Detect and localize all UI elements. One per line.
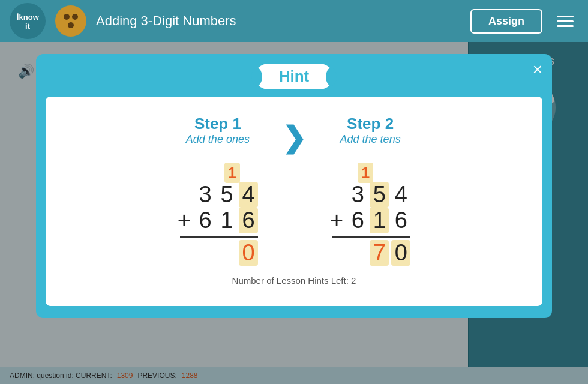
step1-r2: [217, 240, 236, 266]
hint-header: Hint ×: [36, 54, 552, 97]
menu-line2: [557, 20, 574, 22]
step1-carry: 1: [224, 163, 240, 183]
step1-n2d1: 6: [196, 208, 215, 233]
menu-button[interactable]: [552, 11, 578, 32]
step2-n1d3: 4: [391, 182, 410, 208]
step2-r1: [348, 240, 367, 266]
step2-result: 7 0: [348, 240, 410, 266]
step2-divider: [332, 236, 410, 238]
step2-n2d3: 6: [391, 208, 410, 233]
menu-line1: [557, 16, 574, 17]
step2-n2d1: 6: [348, 208, 367, 233]
step1-result: 0: [196, 240, 258, 266]
step2-subtitle: Add the tens: [340, 133, 401, 146]
step1-r1: [196, 240, 215, 266]
step1-subtitle: Add the ones: [186, 133, 250, 146]
dot2: [72, 14, 78, 20]
step2-carry: 1: [358, 163, 373, 183]
hint-body: Step 1 Add the ones 1 3 5 4: [46, 97, 542, 306]
step1-num2: + 6 1 6: [178, 208, 258, 233]
step1-n1d2: 5: [217, 182, 236, 208]
step1-title: Step 1: [194, 115, 241, 133]
step1-r3: 0: [239, 240, 258, 266]
step1-num1: 3 5 4: [196, 182, 258, 208]
step1-n2d2: 1: [217, 208, 236, 233]
step2-n2d2: 1: [370, 208, 389, 233]
steps-container: Step 1 Add the ones 1 3 5 4: [70, 115, 518, 266]
app-header: iknowit Adding 3-Digit Numbers Assign: [0, 0, 588, 42]
hint-modal: Hint × Step 1 Add the ones 1: [36, 54, 552, 318]
step1-n1d1: 3: [196, 182, 215, 208]
step2-n1d2: 5: [370, 182, 389, 208]
step2-num2: + 6 1 6: [330, 208, 410, 233]
step1-n2d3: 6: [239, 208, 258, 233]
step2-num1: 3 5 4: [348, 182, 410, 208]
assign-button[interactable]: Assign: [470, 9, 542, 34]
avatar-dots: [64, 14, 78, 28]
step2-title: Step 2: [347, 115, 394, 133]
logo: iknowit: [10, 3, 46, 39]
step2: Step 2 Add the tens 1 3 5 4: [330, 115, 410, 266]
step2-n1d1: 3: [348, 182, 367, 208]
step2-r2: 7: [370, 240, 389, 266]
step1-divider: [180, 236, 258, 238]
step1-n1d3: 4: [239, 182, 258, 208]
step1: Step 1 Add the ones 1 3 5 4: [178, 115, 258, 266]
step1-plus: +: [178, 208, 191, 233]
step2-plus: +: [330, 208, 343, 233]
menu-line3: [557, 25, 574, 27]
main-area: 🔊 354 + 616 = Progress 3/15 Hint ×: [0, 42, 588, 384]
step-chevron: ❯: [282, 121, 306, 154]
dot3: [68, 22, 74, 28]
logo-text: iknowit: [16, 11, 39, 31]
hint-title: Hint: [255, 64, 334, 89]
modal-overlay: Hint × Step 1 Add the ones 1: [0, 42, 588, 384]
dot1: [64, 14, 70, 20]
close-button[interactable]: ×: [533, 61, 542, 78]
hints-left: Number of Lesson Hints Left: 2: [70, 275, 518, 286]
step2-r3: 0: [391, 240, 410, 266]
lesson-title: Adding 3-Digit Numbers: [96, 13, 461, 29]
step2-math: 1 3 5 4 + 6 1 6: [330, 158, 410, 266]
avatar: [55, 5, 86, 37]
step1-math: 1 3 5 4 + 6 1 6: [178, 158, 258, 266]
